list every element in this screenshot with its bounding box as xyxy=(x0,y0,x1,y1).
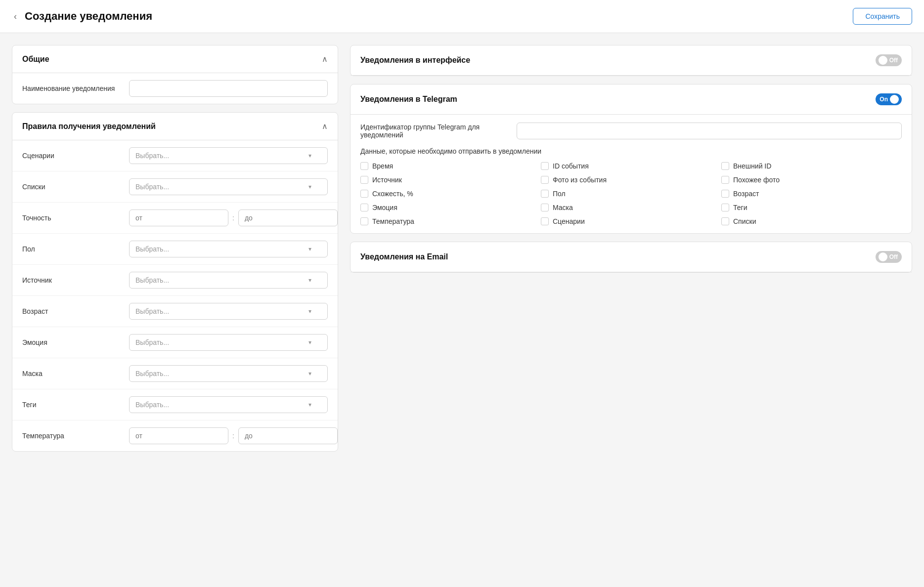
checkbox-event-id[interactable]: ID события xyxy=(541,162,721,170)
checkbox-mask-box[interactable] xyxy=(541,204,549,211)
page-title: Создание уведомления xyxy=(25,10,152,23)
group-id-input[interactable] xyxy=(517,123,902,139)
accuracy-to-input[interactable] xyxy=(238,210,338,226)
scenarios-label: Сценарии xyxy=(22,152,121,160)
rules-header: Правила получения уведомлений ∧ xyxy=(12,113,338,140)
mask-select[interactable]: Выбрать... ▾ xyxy=(129,365,328,382)
temperature-label: Температура xyxy=(22,432,121,440)
checkbox-time[interactable]: Время xyxy=(360,162,541,170)
emotion-row: Эмоция Выбрать... ▾ xyxy=(12,327,338,358)
interface-toggle[interactable]: Off xyxy=(876,54,902,66)
checkbox-age[interactable]: Возраст xyxy=(721,190,902,198)
age-select[interactable]: Выбрать... ▾ xyxy=(129,303,328,320)
checkbox-event-id-box[interactable] xyxy=(541,162,549,170)
email-toggle-label: Off xyxy=(889,253,898,260)
checkbox-event-photo-box[interactable] xyxy=(541,176,549,184)
checkbox-external-id[interactable]: Внешний ID xyxy=(721,162,902,170)
tags-select-placeholder: Выбрать... xyxy=(135,401,169,409)
checkbox-tags[interactable]: Теги xyxy=(721,204,902,211)
age-row: Возраст Выбрать... ▾ xyxy=(12,296,338,327)
main-content: Общие ∧ Наименование уведомления Правила… xyxy=(0,33,924,463)
save-button[interactable]: Сохранить xyxy=(853,8,912,25)
checkbox-scenarios-box[interactable] xyxy=(541,217,549,225)
checkbox-similar-photo-box[interactable] xyxy=(721,176,729,184)
checkbox-event-id-label: ID события xyxy=(553,162,589,170)
checkbox-scenarios[interactable]: Сценарии xyxy=(541,217,721,225)
temperature-to-input[interactable] xyxy=(238,427,338,444)
checkbox-source-box[interactable] xyxy=(360,176,368,184)
checkbox-emotion-box[interactable] xyxy=(360,204,368,211)
mask-label: Маска xyxy=(22,370,121,377)
temperature-from-input[interactable] xyxy=(129,427,228,444)
lists-arrow-icon: ▾ xyxy=(308,183,311,190)
left-panel: Общие ∧ Наименование уведомления Правила… xyxy=(12,45,338,452)
temperature-control: : xyxy=(129,427,338,444)
gender-select-placeholder: Выбрать... xyxy=(135,245,169,253)
checkbox-lists-box[interactable] xyxy=(721,217,729,225)
name-row: Наименование уведомления xyxy=(12,73,338,104)
gender-row: Пол Выбрать... ▾ xyxy=(12,234,338,265)
accuracy-separator: : xyxy=(232,214,234,222)
checkbox-external-id-box[interactable] xyxy=(721,162,729,170)
telegram-toggle-circle xyxy=(890,95,899,104)
telegram-section: Уведомления в Telegram On Идентификатор … xyxy=(350,84,912,234)
checkboxes-grid: Время ID события Внешний ID Источник xyxy=(360,162,902,225)
checkbox-similarity[interactable]: Схожесть, % xyxy=(360,190,541,198)
email-section: Уведомления на Email Off xyxy=(350,242,912,273)
source-label: Источник xyxy=(22,276,121,284)
checkbox-lists[interactable]: Списки xyxy=(721,217,902,225)
checkbox-time-label: Время xyxy=(372,162,393,170)
checkbox-temperature[interactable]: Температура xyxy=(360,217,541,225)
telegram-body: Идентификатор группы Telegram для уведом… xyxy=(351,115,912,233)
checkbox-gender-box[interactable] xyxy=(541,190,549,198)
temperature-row: Температура : xyxy=(12,420,338,451)
checkbox-similar-photo[interactable]: Похожее фото xyxy=(721,176,902,184)
source-select-placeholder: Выбрать... xyxy=(135,276,169,284)
back-button[interactable]: ‹ xyxy=(12,9,19,24)
checkbox-event-photo[interactable]: Фото из события xyxy=(541,176,721,184)
checkbox-similarity-box[interactable] xyxy=(360,190,368,198)
checkbox-source[interactable]: Источник xyxy=(360,176,541,184)
name-label: Наименование уведомления xyxy=(22,84,121,92)
checkbox-temperature-box[interactable] xyxy=(360,217,368,225)
email-toggle-circle xyxy=(879,252,887,261)
telegram-toggle[interactable]: On xyxy=(876,93,902,105)
mask-control: Выбрать... ▾ xyxy=(129,365,328,382)
header: ‹ Создание уведомления Сохранить xyxy=(0,0,924,33)
checkbox-tags-label: Теги xyxy=(733,204,747,211)
name-input[interactable] xyxy=(129,80,328,97)
checkbox-time-box[interactable] xyxy=(360,162,368,170)
emotion-label: Эмоция xyxy=(22,338,121,346)
checkbox-tags-box[interactable] xyxy=(721,204,729,211)
temperature-separator: : xyxy=(232,432,234,440)
lists-select[interactable]: Выбрать... ▾ xyxy=(129,178,328,195)
emotion-arrow-icon: ▾ xyxy=(308,339,311,346)
source-select[interactable]: Выбрать... ▾ xyxy=(129,272,328,289)
mask-row: Маска Выбрать... ▾ xyxy=(12,358,338,389)
gender-select[interactable]: Выбрать... ▾ xyxy=(129,241,328,257)
source-control: Выбрать... ▾ xyxy=(129,272,328,289)
telegram-toggle-label: On xyxy=(880,96,888,103)
scenarios-arrow-icon: ▾ xyxy=(308,152,311,159)
checkbox-age-label: Возраст xyxy=(733,190,759,198)
tags-select[interactable]: Выбрать... ▾ xyxy=(129,396,328,413)
emotion-select[interactable]: Выбрать... ▾ xyxy=(129,334,328,351)
interface-toggle-label: Off xyxy=(889,57,898,64)
accuracy-label: Точность xyxy=(22,214,121,222)
email-header: Уведомления на Email Off xyxy=(351,242,912,272)
group-id-label: Идентификатор группы Telegram для уведом… xyxy=(360,123,509,139)
checkbox-scenarios-label: Сценарии xyxy=(553,217,585,225)
scenarios-select[interactable]: Выбрать... ▾ xyxy=(129,147,328,164)
gender-control: Выбрать... ▾ xyxy=(129,241,328,257)
checkbox-mask[interactable]: Маска xyxy=(541,204,721,211)
general-chevron-icon: ∧ xyxy=(322,54,328,64)
accuracy-from-input[interactable] xyxy=(129,210,228,226)
tags-arrow-icon: ▾ xyxy=(308,401,311,408)
checkbox-emotion[interactable]: Эмоция xyxy=(360,204,541,211)
email-toggle[interactable]: Off xyxy=(876,251,902,263)
source-arrow-icon: ▾ xyxy=(308,277,311,284)
age-select-placeholder: Выбрать... xyxy=(135,307,169,315)
checkbox-age-box[interactable] xyxy=(721,190,729,198)
checkbox-gender[interactable]: Пол xyxy=(541,190,721,198)
accuracy-row: Точность : xyxy=(12,203,338,234)
